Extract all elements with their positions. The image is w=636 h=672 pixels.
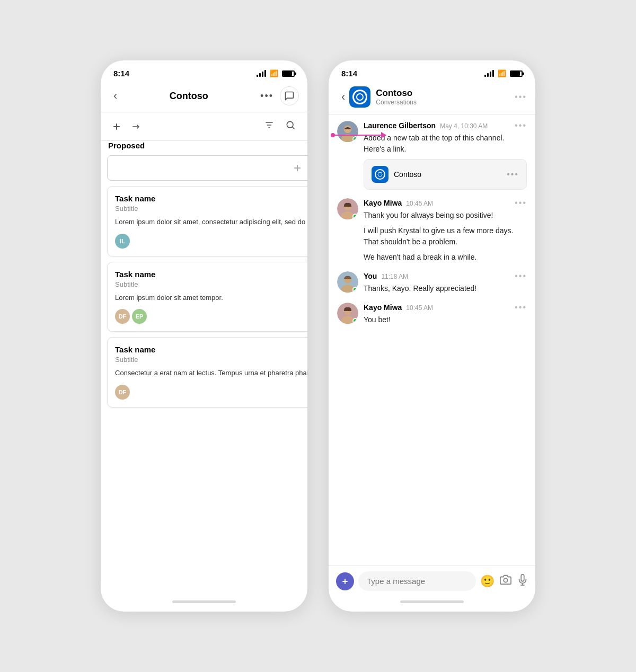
right-header: ‹ Contoso Conversations ••• xyxy=(329,82,535,114)
app-card-logo-icon xyxy=(375,169,385,180)
right-status-bar: 8:14 📶 xyxy=(329,60,535,82)
app-card-more-button[interactable]: ••• xyxy=(507,170,519,179)
msg-content: Kayo Miwa 10:45 AM ••• You bet! xyxy=(364,303,527,325)
add-card-button[interactable] xyxy=(107,155,307,181)
msg-avatar xyxy=(337,303,358,324)
mic-button[interactable] xyxy=(517,574,528,589)
msg-text: You bet! xyxy=(364,314,527,325)
message-row: Kayo Miwa 10:45 AM ••• You bet! xyxy=(337,303,527,325)
camera-button[interactable] xyxy=(500,574,511,589)
battery-icon xyxy=(510,70,523,77)
app-name: Contoso xyxy=(376,88,417,99)
task-title: Task name xyxy=(115,270,155,279)
app-card[interactable]: Contoso ••• xyxy=(364,159,527,190)
right-time: 8:14 xyxy=(341,69,357,78)
task-body: Lorem ipsum dolor sit amet tempor. xyxy=(115,293,307,303)
msg-time: 10:45 AM xyxy=(406,304,433,312)
plus-icon xyxy=(111,121,122,132)
msg-content: Laurence Gilbertson May 4, 10:30 AM ••• … xyxy=(364,121,527,190)
left-phone: 8:14 📶 ‹ Contoso ••• xyxy=(101,60,307,612)
msg-more-button[interactable]: ••• xyxy=(515,271,527,281)
wifi-icon: 📶 xyxy=(498,69,506,77)
msg-more-button[interactable]: ••• xyxy=(515,303,527,312)
chat-icon xyxy=(284,91,295,101)
msg-text: Added a new tab at the top of this chann… xyxy=(364,132,527,155)
left-time: 8:14 xyxy=(113,69,129,78)
task-title: Task name xyxy=(115,194,155,203)
online-indicator xyxy=(352,287,358,293)
arrow xyxy=(333,135,386,136)
app-info: Contoso Conversations xyxy=(349,86,515,108)
avatar: DF xyxy=(115,385,130,400)
msg-avatar xyxy=(337,121,358,142)
avatar: DF xyxy=(115,309,130,324)
battery-icon xyxy=(282,70,295,77)
right-back-button[interactable]: ‹ xyxy=(337,88,349,106)
task-body: Lorem ipsum dolor sit amet, consectetur … xyxy=(115,217,307,227)
column-proposed-header: Proposed xyxy=(107,141,307,150)
msg-content: Kayo Miwa 10:45 AM ••• Thank you for alw… xyxy=(364,198,527,263)
task-card[interactable]: Task name ••• Subtitle Lorem ipsum dolor… xyxy=(107,186,307,257)
task-card[interactable]: Task name ••• Subtitle Consectetur a era… xyxy=(107,337,307,408)
add-attachment-button[interactable] xyxy=(336,572,354,590)
task-card[interactable]: Task name ••• Subtitle Lorem ipsum dolor… xyxy=(107,262,307,332)
task-subtitle: Subtitle xyxy=(115,356,307,364)
home-indicator xyxy=(329,596,535,612)
message-row: Laurence Gilbertson May 4, 10:30 AM ••• … xyxy=(337,121,527,190)
plus-icon xyxy=(341,577,349,586)
wifi-icon: 📶 xyxy=(270,69,278,77)
avatar: EP xyxy=(132,309,147,324)
task-subtitle: Subtitle xyxy=(115,205,307,213)
svg-line-7 xyxy=(293,127,295,129)
chat-input-row: 🙂 xyxy=(329,565,535,596)
emoji-button[interactable]: 🙂 xyxy=(480,574,494,588)
avatar: IL xyxy=(115,234,130,249)
online-indicator xyxy=(352,136,358,142)
filter-icon xyxy=(264,120,275,130)
search-button[interactable] xyxy=(282,118,299,135)
msg-time: 11:18 AM xyxy=(381,273,408,280)
message-input[interactable] xyxy=(358,571,476,591)
left-page-title: Contoso xyxy=(121,91,256,102)
msg-time: May 4, 10:30 AM xyxy=(440,122,488,130)
add-card-icon xyxy=(292,163,303,173)
svg-point-25 xyxy=(504,578,507,582)
msg-time: 10:45 AM xyxy=(406,200,433,207)
app-logo xyxy=(349,86,370,108)
msg-avatar xyxy=(337,198,358,219)
signal-icon xyxy=(484,70,494,77)
app-subtitle: Conversations xyxy=(376,99,417,106)
chat-icon-button[interactable] xyxy=(280,86,299,105)
msg-content: You 11:18 AM ••• Thanks, Kayo. Really ap… xyxy=(364,271,527,294)
camera-icon xyxy=(500,574,511,586)
svg-point-6 xyxy=(287,121,293,128)
msg-text: Thanks, Kayo. Really appreciated! xyxy=(364,283,527,294)
app-card-name: Contoso xyxy=(394,170,501,179)
online-indicator xyxy=(352,214,358,219)
expand-button[interactable] xyxy=(128,119,143,134)
arrow-line xyxy=(333,135,386,136)
left-header: ‹ Contoso ••• xyxy=(101,82,307,112)
right-status-icons: 📶 xyxy=(484,69,523,77)
msg-sender: You xyxy=(364,272,377,280)
msg-more-button[interactable]: ••• xyxy=(515,121,527,130)
right-phone: 8:14 📶 ‹ xyxy=(329,60,535,612)
msg-more-button[interactable]: ••• xyxy=(515,198,527,208)
right-more-button[interactable]: ••• xyxy=(515,92,527,102)
msg-text: Thank you for always being so positive! … xyxy=(364,210,527,263)
kanban-board: Proposed Task name ••• Subtitle Lorem ip… xyxy=(101,141,307,596)
add-button[interactable] xyxy=(109,119,124,134)
more-options-button[interactable]: ••• xyxy=(256,89,278,104)
msg-sender: Laurence Gilbertson xyxy=(364,121,436,130)
task-body: Consectetur a erat nam at lectus. Tempus… xyxy=(115,368,307,378)
msg-avatar xyxy=(337,271,358,293)
left-status-icons: 📶 xyxy=(257,69,295,77)
toolbar xyxy=(101,112,307,141)
online-indicator xyxy=(352,318,358,324)
filter-button[interactable] xyxy=(261,118,278,135)
back-button[interactable]: ‹ xyxy=(109,87,121,105)
scene: 8:14 📶 ‹ Contoso ••• xyxy=(80,29,556,643)
input-icons: 🙂 xyxy=(480,574,528,589)
message-row: You 11:18 AM ••• Thanks, Kayo. Really ap… xyxy=(337,271,527,294)
signal-icon xyxy=(257,70,266,77)
